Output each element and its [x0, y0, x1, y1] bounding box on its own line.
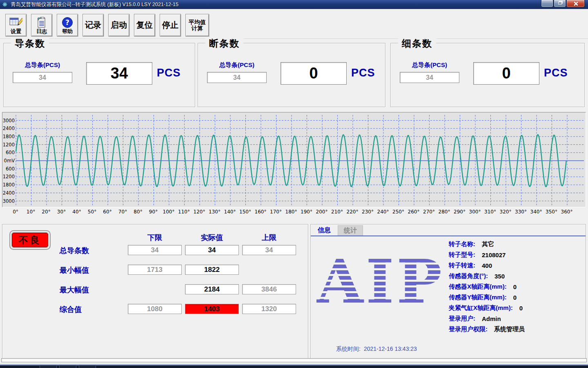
counter-field-input[interactable]: 34: [207, 72, 267, 83]
info-field-row: 登录用户:Admin: [449, 315, 525, 322]
toolbar-button-start[interactable]: 启动: [108, 14, 129, 36]
window-title: 青岛艾普智能仪器有限公司--转子测试系统 (新板) V15.0.0 LSY 20…: [11, 1, 178, 8]
x-tick-label: 10°: [27, 209, 35, 215]
restore-button[interactable]: [554, 0, 566, 7]
x-tick-label: 160°: [255, 209, 267, 215]
x-tick-label: 40°: [72, 209, 81, 215]
log-icon: [37, 16, 47, 29]
info-field-label: 转子名称:: [449, 240, 475, 248]
result-upper-value: 1320: [242, 304, 296, 314]
x-tick-label: 280°: [439, 209, 450, 215]
toolbar-button-record[interactable]: 记录: [82, 14, 104, 36]
result-actual-value: 34: [185, 245, 239, 255]
waveform-chart: 30002400180012006000mV600120018002400300…: [2, 112, 586, 207]
counter-unit-label: PCS: [351, 67, 375, 79]
judge-status-label: 不良: [12, 233, 48, 247]
toolbar-button-average[interactable]: 平均值 计算: [185, 14, 209, 36]
result-row-label: 最大幅值: [60, 285, 129, 295]
x-tick-label: 340°: [530, 209, 542, 215]
x-tick-label: 60°: [103, 209, 111, 215]
taskbar-button[interactable]: [40, 365, 57, 368]
counter-unit-label: PCS: [544, 67, 568, 79]
column-header-actual: 实际值: [185, 233, 239, 242]
status-bar: [1, 358, 587, 362]
toolbar-button-label: 平均值 计算: [189, 19, 206, 31]
y-tick-label: 2400: [3, 126, 15, 131]
toolbar-button-settings[interactable]: 设置: [5, 14, 27, 36]
info-field-value: 350: [494, 273, 505, 280]
counter-field-input[interactable]: 34: [13, 72, 72, 83]
info-field-label: 转子转速:: [449, 262, 475, 269]
x-tick-label: 320°: [500, 209, 512, 215]
info-field-value: 其它: [482, 240, 494, 248]
counter-title: 导条数: [11, 37, 49, 50]
info-field-row: 传感器角度(°):350: [449, 273, 525, 280]
counter-field-label: 总导条(PCS): [207, 61, 267, 69]
result-row-label: 最小幅值: [60, 265, 129, 275]
info-field-label: 登录用户:: [449, 315, 475, 323]
info-field-label: 传感器X轴距离(mm):: [449, 283, 507, 291]
y-tick-label: 600: [6, 166, 15, 172]
result-upper-value: 34: [242, 245, 296, 255]
info-field-row: 转子型号:2108027: [449, 251, 525, 258]
x-tick-label: 130°: [209, 209, 220, 215]
settings-icon: [9, 16, 22, 29]
y-tick-label: 1200: [3, 142, 15, 148]
toolbar-button-label: 设置: [11, 29, 21, 34]
x-tick-label: 300°: [469, 209, 481, 215]
toolbar-button-help[interactable]: ?帮助: [57, 14, 78, 36]
x-tick-label: 220°: [347, 209, 359, 215]
toolbar-button-label: 记录: [85, 21, 101, 29]
result-actual-value: 2184: [185, 284, 239, 294]
result-row-label: 综合值: [60, 305, 129, 314]
judge-status-lamp: 不良: [9, 230, 51, 250]
counter-field-label: 总导条(PCS): [13, 61, 72, 69]
info-field-label: 登录用户权限:: [449, 325, 488, 333]
minimize-button[interactable]: [541, 0, 553, 7]
x-tick-label: 20°: [42, 209, 50, 215]
y-tick-label: 600: [6, 150, 15, 155]
close-button[interactable]: [566, 0, 585, 7]
counter-title: 断条数: [205, 37, 243, 50]
info-field-row: 夹紧气缸X轴距离(mm):0: [449, 305, 525, 312]
toolbar-button-reset[interactable]: 复位: [134, 14, 155, 36]
counter-title: 细条数: [398, 37, 436, 50]
info-field-label: 传感器Y轴距离(mm):: [449, 294, 507, 301]
info-field-value: Admin: [482, 315, 501, 322]
x-tick-label: 100°: [163, 209, 175, 215]
toolbar-button-stop[interactable]: 停止: [160, 14, 181, 36]
tab-stats[interactable]: 统计: [338, 225, 363, 236]
toolbar-button-label: 启动: [111, 21, 127, 29]
x-tick-label: 80°: [134, 209, 142, 215]
info-field-value: 0: [519, 305, 523, 312]
info-field-value: 0: [513, 283, 517, 290]
x-tick-label: 240°: [377, 209, 389, 215]
y-tick-label: 1800: [3, 134, 15, 139]
x-tick-label: 360°: [561, 209, 573, 215]
y-tick-label: 2400: [3, 190, 15, 196]
counter-field-input[interactable]: 34: [400, 72, 459, 83]
taskbar: [0, 364, 588, 368]
result-lower-value: 1713: [128, 265, 182, 275]
info-field-row: 传感器X轴距离(mm):0: [449, 283, 525, 290]
toolbar-button-log[interactable]: 日志: [31, 14, 52, 36]
x-tick-label: 330°: [515, 209, 527, 215]
result-actual-value: 1822: [185, 265, 239, 275]
x-tick-label: 250°: [392, 209, 404, 215]
info-field-value: 0: [513, 294, 517, 301]
result-row-label: 总导条数: [60, 246, 129, 256]
result-actual-value: 1403: [185, 304, 239, 314]
x-tick-label: 0°: [13, 209, 18, 215]
taskbar-button[interactable]: [79, 365, 96, 368]
y-tick-label: 3000: [3, 118, 15, 123]
info-fields: 转子名称:其它转子型号:2108027转子转速:400传感器角度(°):350传…: [449, 241, 525, 333]
counter-field-label: 总导条(PCS): [400, 61, 459, 69]
counter-panel-bar-count: 导条数总导条(PCS)3434PCS: [3, 43, 195, 107]
tab-info[interactable]: 信息: [312, 225, 336, 236]
taskbar-button[interactable]: [59, 365, 76, 368]
x-tick-label: 200°: [316, 209, 328, 215]
info-field-value: 400: [482, 262, 492, 269]
x-tick-label: 50°: [88, 209, 96, 215]
tab-underline: [311, 236, 586, 236]
x-tick-label: 110°: [178, 209, 190, 215]
